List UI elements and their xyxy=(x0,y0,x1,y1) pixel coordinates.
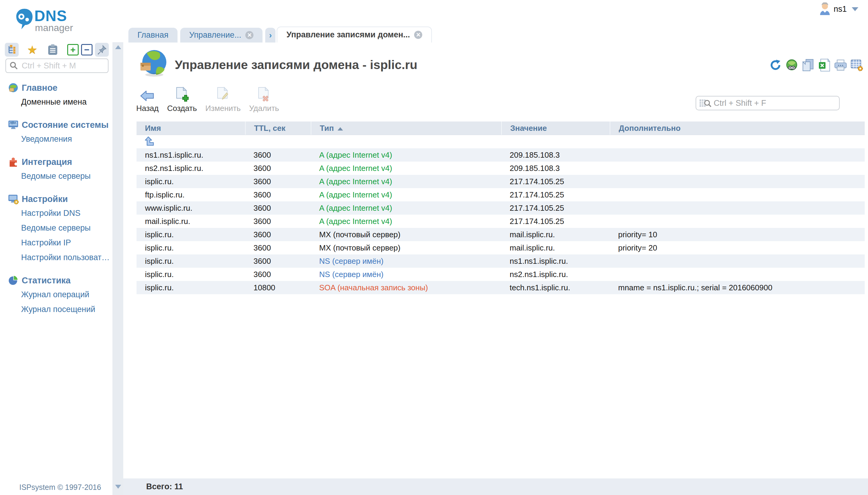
cell-name: isplic.ru. xyxy=(137,175,245,188)
sidebar-item-ip-settings[interactable]: Настройки IP xyxy=(0,236,112,250)
user-menu[interactable]: ns1 xyxy=(819,2,858,16)
sidebar-item-visits-log[interactable]: Журнал посещений xyxy=(0,302,112,317)
cell-ttl: 3600 xyxy=(245,148,311,161)
go-up-row[interactable] xyxy=(137,135,865,148)
refresh-icon[interactable] xyxy=(769,58,782,72)
tab-domain-management[interactable]: Управление... ✕ xyxy=(180,28,263,42)
edit-button[interactable]: Изменить xyxy=(205,87,241,113)
sidebar-item-operations-log[interactable]: Журнал операций xyxy=(0,287,112,302)
column-header-value[interactable]: Значение xyxy=(501,121,610,135)
cell-value: mail.isplic.ru. xyxy=(501,228,610,241)
pin-menu-button[interactable] xyxy=(95,43,109,57)
sidebar-item-slave-servers-settings[interactable]: Ведомые серверы xyxy=(0,221,112,236)
cell-ttl: 3600 xyxy=(245,188,311,201)
cell-extra xyxy=(610,175,864,188)
cell-type: MX (почтовый сервер) xyxy=(311,228,501,241)
scroll-down-arrow[interactable] xyxy=(115,485,121,489)
tab-close-icon[interactable]: ✕ xyxy=(245,31,254,39)
table-row[interactable]: isplic.ru. 3600 NS (сервер имён) ns2.ns1… xyxy=(137,268,865,281)
pin-icon xyxy=(97,45,107,55)
sidebar-item-domain-names[interactable]: Доменные имена xyxy=(0,95,112,109)
table-filter-input[interactable] xyxy=(713,98,829,108)
nav-section-header[interactable]: Главное xyxy=(0,81,112,95)
table-row[interactable]: isplic.ru. 3600 A (адрес Internet v4) 21… xyxy=(137,175,865,188)
column-header-extra[interactable]: Дополнительно xyxy=(610,121,864,135)
go-up-arrow-icon xyxy=(144,136,155,147)
sidebar-item-dns-settings[interactable]: Настройки DNS xyxy=(0,206,112,221)
sidebar-nav: Главное Доменные имена Состояние системы… xyxy=(0,81,112,325)
sidebar-item-user-settings[interactable]: Настройки пользоват… xyxy=(0,250,112,265)
tab-bar: Главная Управление... ✕ › Управление зап… xyxy=(128,28,435,42)
table-row[interactable]: ns2.ns1.isplic.ru. 3600 A (адрес Interne… xyxy=(137,161,865,175)
filter-search-icon xyxy=(699,99,711,107)
cell-type: MX (почтовый сервер) xyxy=(311,241,501,254)
cell-ttl: 3600 xyxy=(245,201,311,215)
tasks-clipboard-button[interactable] xyxy=(46,43,60,57)
tab-label: Главная xyxy=(137,31,169,40)
column-header-name[interactable]: Имя xyxy=(137,121,245,135)
column-header-ttl[interactable]: TTL, сек xyxy=(245,121,311,135)
print-icon[interactable] xyxy=(834,58,847,72)
table-row[interactable]: isplic.ru. 3600 MX (почтовый сервер) mai… xyxy=(137,241,865,254)
nav-section-header[interactable]: Состояние системы xyxy=(0,118,112,132)
app-logo[interactable]: DNS manager xyxy=(16,5,94,35)
logo-text-secondary: manager xyxy=(35,22,73,33)
menu-scrollbar[interactable] xyxy=(112,42,123,495)
back-button[interactable]: Назад xyxy=(136,87,159,113)
table-row[interactable]: ftp.isplic.ru. 3600 A (адрес Internet v4… xyxy=(137,188,865,201)
excel-export-icon[interactable] xyxy=(818,58,831,72)
expand-all-button[interactable]: + xyxy=(67,44,79,55)
favorites-star-button[interactable]: ★ xyxy=(25,43,39,57)
cell-name: ns2.ns1.isplic.ru. xyxy=(137,161,245,175)
cell-extra: mname = ns1.isplic.ru.; serial = 2016060… xyxy=(610,281,864,294)
table-body: ns1.ns1.isplic.ru. 3600 A (адрес Interne… xyxy=(137,148,865,294)
edit-record-icon xyxy=(216,87,230,102)
cell-value: ns2.ns1.isplic.ru. xyxy=(501,268,610,281)
computer-gear-icon xyxy=(8,193,19,204)
cell-type: A (адрес Internet v4) xyxy=(311,215,501,228)
create-button[interactable]: Создать xyxy=(167,87,197,113)
monitor-icon xyxy=(8,119,19,130)
cell-extra xyxy=(610,201,864,215)
sidebar-search-input[interactable] xyxy=(21,61,98,71)
cell-ttl: 10800 xyxy=(245,281,311,294)
table-row[interactable]: mail.isplic.ru. 3600 A (адрес Internet v… xyxy=(137,215,865,228)
scroll-up-arrow[interactable] xyxy=(115,45,121,49)
sidebar-item-slave-servers[interactable]: Ведомые серверы xyxy=(0,169,112,184)
copy-page-icon[interactable] xyxy=(802,58,814,72)
nav-section-header[interactable]: Настройки xyxy=(0,192,112,206)
table-row[interactable]: www.isplic.ru. 3600 A (адрес Internet v4… xyxy=(137,201,865,215)
table-row[interactable]: ns1.ns1.isplic.ru. 3600 A (адрес Interne… xyxy=(137,148,865,161)
cell-type: A (адрес Internet v4) xyxy=(311,161,501,175)
column-header-type[interactable]: Тип xyxy=(311,121,501,135)
cell-name: isplic.ru. xyxy=(137,268,245,281)
cell-value: 217.174.105.25 xyxy=(501,188,610,201)
table-row[interactable]: isplic.ru. 3600 NS (сервер имён) ns1.ns1… xyxy=(137,254,865,268)
delete-button[interactable]: Удалить xyxy=(249,87,279,113)
cell-extra xyxy=(610,254,864,268)
globe-home-icon xyxy=(8,82,19,93)
table-settings-icon[interactable] xyxy=(851,58,863,72)
cell-name: isplic.ru. xyxy=(137,228,245,241)
nav-section-label: Настройки xyxy=(22,194,68,204)
tab-close-icon[interactable]: ✕ xyxy=(414,31,422,39)
tab-label: Управление записями домен... xyxy=(286,30,410,39)
cell-ttl: 3600 xyxy=(245,215,311,228)
link-globe-icon[interactable] xyxy=(785,58,798,72)
records-toolbar: Назад Создать Изменить xyxy=(136,87,279,113)
table-row[interactable]: isplic.ru. 3600 MX (почтовый сервер) mai… xyxy=(137,228,865,241)
tab-home[interactable]: Главная xyxy=(128,28,177,42)
back-arrow-icon xyxy=(140,87,155,102)
sidebar-item-notifications[interactable]: Уведомления xyxy=(0,132,112,147)
tab-domain-records[interactable]: Управление записями домен... ✕ xyxy=(277,27,432,42)
nav-section-header[interactable]: Статистика xyxy=(0,273,112,287)
page-title: Управление записями домена - isplic.ru xyxy=(175,58,417,72)
collapse-all-button[interactable]: − xyxy=(81,44,92,55)
cell-value: 217.174.105.25 xyxy=(501,175,610,188)
tab-label: Управление... xyxy=(189,31,241,40)
tree-view-button[interactable] xyxy=(5,43,19,57)
table-footer-bar: Всего: 11 xyxy=(123,478,868,495)
table-row[interactable]: isplic.ru. 10800 SOA (начальная запись з… xyxy=(137,281,865,294)
nav-section-header[interactable]: Интеграция xyxy=(0,155,112,169)
tab-breadcrumb-chevron-icon: › xyxy=(265,28,276,42)
